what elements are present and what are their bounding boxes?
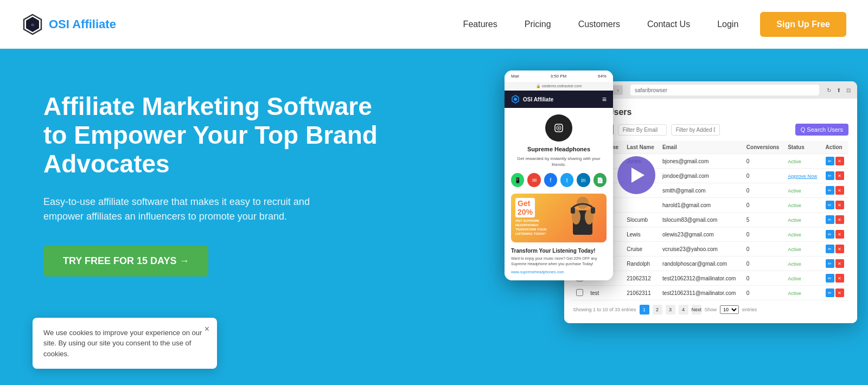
delete-button[interactable]: ✕: [835, 230, 844, 239]
mobile-hamburger-icon[interactable]: ≡: [602, 95, 607, 104]
svg-point-7: [558, 127, 560, 129]
delete-button[interactable]: ✕: [835, 157, 844, 165]
play-button[interactable]: [617, 156, 655, 194]
filter-added-input[interactable]: [671, 124, 720, 136]
mobile-app-name: OSI Affiliate: [523, 97, 553, 102]
cell-actions: ✏✕: [826, 201, 845, 209]
table-toolbar: + Add User Q Search Users: [573, 124, 848, 136]
cell-last-name: Slocumb: [623, 213, 659, 227]
cell-status: Active: [788, 291, 801, 296]
mobile-share-buttons: 📱 ✉ f t in 📄: [511, 173, 607, 187]
page-2-button[interactable]: 2: [653, 305, 662, 315]
edit-button[interactable]: ✏: [826, 171, 834, 180]
table-footer: Showing 1 to 10 of 33 entries 1 2 3 4 Ne…: [573, 305, 848, 315]
browser-share-icon[interactable]: ⬆: [837, 87, 841, 93]
signup-button[interactable]: Sign Up Free: [760, 12, 846, 37]
edit-button[interactable]: ✏: [826, 274, 834, 283]
edit-button[interactable]: ✏: [826, 230, 834, 239]
share-twitter-button[interactable]: t: [560, 173, 573, 187]
table-row: Jon jondoe@gmail.com 0 Approve Now ✏✕: [573, 169, 848, 183]
cell-conversions: 0: [743, 183, 784, 198]
edit-button[interactable]: ✏: [826, 201, 834, 209]
page-3-button[interactable]: 3: [666, 305, 675, 315]
cell-actions: ✏✕: [826, 230, 845, 239]
header: ○ OSI Affiliate Features Pricing Custome…: [0, 0, 868, 49]
page-next-button[interactable]: Next: [692, 305, 701, 315]
share-whatsapp-button[interactable]: 📱: [511, 173, 524, 187]
svg-text:○: ○: [31, 22, 34, 28]
cell-status: Active: [788, 217, 801, 223]
delete-button[interactable]: ✕: [835, 274, 844, 283]
show-select[interactable]: 102550: [720, 305, 739, 314]
cell-last-name: [623, 198, 659, 213]
table-row: James harold1@gmail.com 0 Active ✏✕: [573, 198, 848, 213]
cell-actions: ✏✕: [826, 171, 845, 180]
share-linkedin-button[interactable]: in: [577, 173, 590, 187]
edit-button[interactable]: ✏: [826, 186, 834, 195]
cell-conversions: 0: [743, 198, 784, 213]
mobile-tagline: Get rewarded by instantly sharing with y…: [511, 156, 607, 168]
page-4-button[interactable]: 4: [679, 305, 688, 315]
browser-more-icon[interactable]: ⊡: [846, 87, 851, 93]
hero-title: Affiliate Marketing Software to Empower …: [43, 92, 391, 178]
cell-status-approve[interactable]: Approve Now: [788, 174, 817, 179]
delete-button[interactable]: ✕: [835, 245, 844, 253]
cell-email: tslocum83@gmail.com: [659, 213, 743, 227]
edit-button[interactable]: ✏: [826, 157, 834, 165]
nav-login[interactable]: Login: [706, 15, 749, 34]
row-checkbox[interactable]: [576, 289, 583, 296]
col-status[interactable]: Status: [784, 141, 822, 154]
mobile-logo-icon: [511, 95, 520, 104]
cookie-close-button[interactable]: ×: [205, 324, 209, 334]
cell-last-name: 21062312: [623, 271, 659, 286]
edit-button[interactable]: ✏: [826, 245, 834, 253]
table-row: Oscar Randolph randolphoscar@gmail.com 0…: [573, 256, 848, 271]
page-1-button[interactable]: 1: [640, 305, 649, 315]
cell-email: jondoe@gmail.com: [659, 169, 743, 183]
nav-features[interactable]: Features: [452, 15, 508, 34]
browser-refresh-icon[interactable]: ↻: [827, 87, 831, 93]
share-facebook-button[interactable]: f: [544, 173, 557, 187]
cell-email: bjones@gmail.com: [659, 154, 743, 169]
cell-last-name: 21062311: [623, 286, 659, 300]
share-doc-button[interactable]: 📄: [593, 173, 607, 187]
delete-button[interactable]: ✕: [835, 201, 844, 209]
col-conversions[interactable]: Conversions: [743, 141, 784, 154]
share-email-button[interactable]: ✉: [527, 173, 540, 187]
hero-content: Affiliate Marketing Software to Empower …: [43, 81, 391, 277]
cell-status: Active: [788, 188, 801, 194]
table-row: Orlando Lewis olewis23@gmail.com 0 Activ…: [573, 227, 848, 242]
delete-button[interactable]: ✕: [835, 259, 844, 268]
filter-email-input[interactable]: [618, 124, 667, 136]
col-email[interactable]: Email: [659, 141, 743, 154]
delete-button[interactable]: ✕: [835, 288, 844, 297]
cell-first-name: test: [587, 286, 623, 300]
cell-email: harold1@gmail.com: [659, 198, 743, 213]
cell-actions: ✏✕: [826, 245, 845, 253]
delete-button[interactable]: ✕: [835, 171, 844, 180]
search-users-button[interactable]: Q Search Users: [795, 124, 848, 136]
mobile-url-text: osidemo.ositracker.com: [542, 84, 582, 88]
browser-forward-button[interactable]: ›: [613, 85, 623, 95]
browser-url-bar[interactable]: safaribrowser: [630, 85, 819, 95]
delete-button[interactable]: ✕: [835, 186, 844, 195]
cell-conversions: 0: [743, 154, 784, 169]
table-showing-text: Showing 1 to 10 of 33 entries: [573, 307, 636, 312]
delete-button[interactable]: ✕: [835, 215, 844, 224]
trial-cta-button[interactable]: TRY FREE FOR 15 DAYS →: [43, 246, 208, 277]
show-label: Show: [705, 307, 717, 312]
logo-text: OSI Affiliate: [49, 17, 116, 31]
nav-pricing[interactable]: Pricing: [514, 15, 562, 34]
cell-conversions: 0: [743, 227, 784, 242]
nav-contact[interactable]: Contact Us: [636, 15, 701, 34]
cell-email: test21062311@mailinator.com: [659, 286, 743, 300]
edit-button[interactable]: ✏: [826, 288, 834, 297]
edit-button[interactable]: ✏: [826, 215, 834, 224]
edit-button[interactable]: ✏: [826, 259, 834, 268]
cell-status: Active: [788, 159, 801, 164]
col-last-name[interactable]: Last Name: [623, 141, 659, 154]
mobile-transform-title: Transform Your Listening Today!: [511, 248, 607, 254]
mobile-footer-url: www.supremeheadphones.com: [511, 270, 607, 274]
nav-customers[interactable]: Customers: [567, 15, 631, 34]
cell-actions: ✏✕: [826, 288, 845, 297]
